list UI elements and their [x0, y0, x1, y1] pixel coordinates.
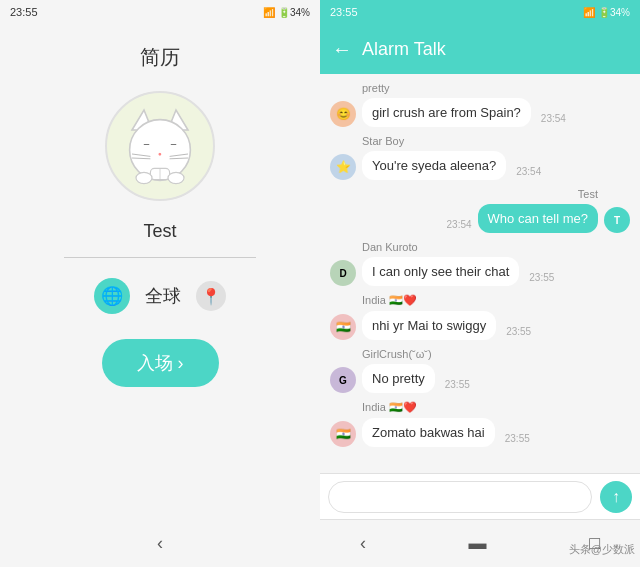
profile-title: 简历 — [140, 44, 180, 71]
avatar-girlcrush: G — [330, 367, 356, 393]
svg-text:●: ● — [158, 150, 162, 157]
message-group-5: India 🇮🇳❤️ 🇮🇳 nhi yr Mai to swiggy 23:55 — [330, 294, 630, 340]
bubble-3: Who can tell me? — [478, 204, 598, 233]
time-5: 23:55 — [506, 326, 531, 337]
chat-messages: pretty 😊 girl crush are from Spain? 23:5… — [320, 74, 640, 473]
avatar-dan: D — [330, 260, 356, 286]
left-status-bar: 23:55 📶 🔋34% — [0, 0, 320, 24]
time-4: 23:55 — [529, 272, 554, 283]
message-row-1: 😊 girl crush are from Spain? 23:54 — [330, 98, 630, 127]
battery-icon: 🔋34% — [278, 7, 310, 18]
location-pin-icon: 📍 — [196, 281, 226, 311]
chat-back-button[interactable]: ← — [332, 38, 352, 61]
location-row: 🌐 全球 📍 — [94, 278, 226, 314]
message-row-2: ⭐ You're syeda aleena? 23:54 — [330, 151, 630, 180]
svg-text:−: − — [170, 138, 177, 150]
right-time: 23:55 — [330, 6, 358, 18]
svg-text:−: − — [143, 138, 150, 150]
time-7: 23:55 — [505, 433, 530, 444]
avatar-india: 🇮🇳 — [330, 314, 356, 340]
globe-icon: 🌐 — [94, 278, 130, 314]
chat-header: ← Alarm Talk — [320, 24, 640, 74]
time-6: 23:55 — [445, 379, 470, 390]
time-3: 23:54 — [447, 219, 472, 230]
username: Test — [143, 221, 176, 242]
time-2: 23:54 — [516, 166, 541, 177]
message-row-5: 🇮🇳 nhi yr Mai to swiggy 23:55 — [330, 311, 630, 340]
chat-input-area: ↑ — [320, 473, 640, 519]
divider — [64, 257, 256, 258]
avatar-container: − − ● — [105, 91, 215, 201]
message-group-2: Star Boy ⭐ You're syeda aleena? 23:54 — [330, 135, 630, 180]
bubble-4: I can only see their chat — [362, 257, 519, 286]
location-text: 全球 — [145, 284, 181, 308]
right-panel: 23:55 📶 🔋34% ← Alarm Talk pretty 😊 girl … — [320, 0, 640, 567]
message-row-6: G No pretty 23:55 — [330, 364, 630, 393]
message-group-6: GirlCrush(˘ω˘) G No pretty 23:55 — [330, 348, 630, 393]
bubble-7: Zomato bakwas hai — [362, 418, 495, 447]
right-panel-wrapper: 23:55 📶 🔋34% ← Alarm Talk pretty 😊 girl … — [320, 0, 640, 567]
message-group-1: pretty 😊 girl crush are from Spain? 23:5… — [330, 82, 630, 127]
right-battery-icon: 🔋34% — [598, 7, 630, 18]
right-status-bar: 23:55 📶 🔋34% — [320, 0, 640, 24]
chat-input[interactable] — [328, 481, 592, 513]
time-1: 23:54 — [541, 113, 566, 124]
enter-button[interactable]: 入场 › — [102, 339, 219, 387]
bubble-1: girl crush are from Spain? — [362, 98, 531, 127]
bubble-6: No pretty — [362, 364, 435, 393]
message-group-3: Test 23:54 Who can tell me? T — [330, 188, 630, 233]
avatar-india-2: 🇮🇳 — [330, 421, 356, 447]
left-panel: 23:55 📶 🔋34% 简历 − − ● — [0, 0, 320, 567]
avatar-starboy: ⭐ — [330, 154, 356, 180]
chat-title: Alarm Talk — [362, 39, 446, 60]
right-status-icons: 📶 🔋34% — [583, 7, 630, 18]
left-status-icons: 📶 🔋34% — [263, 7, 310, 18]
cat-avatar: − − ● — [120, 106, 200, 186]
message-row-4: D I can only see their chat 23:55 — [330, 257, 630, 286]
right-wifi-icon: 📶 — [583, 7, 595, 18]
avatar-pretty: 😊 — [330, 101, 356, 127]
left-back-icon[interactable]: ‹ — [157, 533, 163, 554]
bubble-2: You're syeda aleena? — [362, 151, 506, 180]
left-nav-bar: ‹ — [0, 519, 320, 567]
sender-label-6: GirlCrush(˘ω˘) — [362, 348, 630, 360]
message-row-3: 23:54 Who can tell me? T — [330, 204, 630, 233]
wifi-icon: 📶 — [263, 7, 275, 18]
right-home-icon[interactable]: ▬ — [469, 533, 487, 554]
message-group-4: Dan Kuroto D I can only see their chat 2… — [330, 241, 630, 286]
message-row-7: 🇮🇳 Zomato bakwas hai 23:55 — [330, 418, 630, 447]
watermark: 头条@少数派 — [569, 542, 635, 557]
sender-label-7: India 🇮🇳❤️ — [362, 401, 630, 414]
svg-point-13 — [168, 172, 184, 183]
sender-label-5: India 🇮🇳❤️ — [362, 294, 630, 307]
left-content: 简历 − − ● — [0, 24, 320, 519]
sender-label-1: pretty — [362, 82, 630, 94]
send-button[interactable]: ↑ — [600, 481, 632, 513]
sender-label-2: Star Boy — [362, 135, 630, 147]
bubble-5: nhi yr Mai to swiggy — [362, 311, 496, 340]
avatar-me: T — [604, 207, 630, 233]
sender-label-3: Test — [330, 188, 598, 200]
left-time: 23:55 — [10, 6, 38, 18]
right-back-icon[interactable]: ‹ — [360, 533, 366, 554]
sender-label-4: Dan Kuroto — [362, 241, 630, 253]
svg-point-12 — [136, 172, 152, 183]
message-group-7: India 🇮🇳❤️ 🇮🇳 Zomato bakwas hai 23:55 — [330, 401, 630, 447]
